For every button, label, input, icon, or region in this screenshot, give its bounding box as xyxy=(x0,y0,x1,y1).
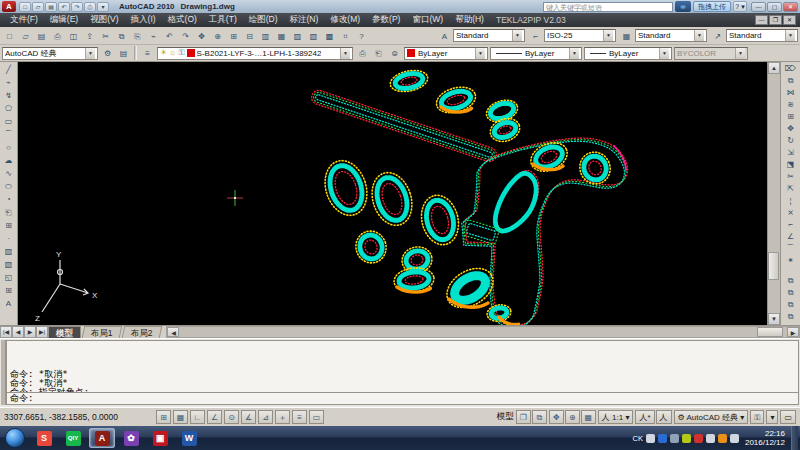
menu-item[interactable]: 绘图(D) xyxy=(243,14,284,26)
workspace-dropdown[interactable]: AutoCAD 经典▼ xyxy=(2,47,98,60)
sheetset-icon[interactable]: ▧ xyxy=(306,29,321,43)
menu-item[interactable]: 编辑(E) xyxy=(44,14,84,26)
move-icon[interactable]: ✥ xyxy=(783,123,798,135)
doc-minimize-button[interactable]: — xyxy=(755,15,768,25)
otrack-toggle[interactable]: ∡ xyxy=(241,410,256,424)
help-icon[interactable]: ? xyxy=(354,29,369,43)
menu-item[interactable]: 参数(P) xyxy=(366,14,406,26)
style-icon[interactable]: ↗ xyxy=(710,29,725,43)
arc-icon[interactable]: ⌒ xyxy=(1,128,16,141)
open-icon[interactable]: ▱ xyxy=(32,2,44,12)
menu-item[interactable]: 格式(O) xyxy=(162,14,203,26)
anno-visibility-icon[interactable]: 人* xyxy=(635,410,654,424)
make-current-icon[interactable]: ⎙ xyxy=(355,46,370,60)
layer-dropdown[interactable]: ☀☼⚿ S-B2021-LYF-3-…1-LPH-1-389242 ▼ xyxy=(157,47,353,60)
make-block-icon[interactable]: ⊞ xyxy=(1,219,16,232)
menu-item[interactable]: 窗口(W) xyxy=(406,14,449,26)
style-dropdown[interactable]: Standard▼ xyxy=(453,29,525,42)
scroll-right-icon[interactable]: ▶ xyxy=(787,327,799,337)
keyboard-icon[interactable] xyxy=(646,434,655,443)
start-button[interactable] xyxy=(5,428,25,448)
osnap-toggle[interactable]: ⊙ xyxy=(224,410,239,424)
array-icon[interactable]: ⊞ xyxy=(783,111,798,123)
copy-icon[interactable]: ⧉ xyxy=(783,75,798,87)
dot-icon[interactable] xyxy=(718,434,727,443)
tab-nav-button[interactable]: ◀ xyxy=(12,326,24,338)
command-prompt-input[interactable]: 命令: xyxy=(7,392,798,404)
pan-icon[interactable]: ✥ xyxy=(194,29,209,43)
help-button[interactable]: ? ▾ xyxy=(733,1,747,12)
mtext-icon[interactable]: A xyxy=(1,297,16,310)
point-icon[interactable]: · xyxy=(1,232,16,245)
tab-layout[interactable]: 布局2 xyxy=(121,326,161,338)
line-icon[interactable]: ╱ xyxy=(1,63,16,76)
annotation-scale-button[interactable]: 人 1:1 ▾ xyxy=(598,410,634,424)
clean-screen-button[interactable]: ▭ xyxy=(780,410,796,424)
ortho-toggle[interactable]: ∟ xyxy=(190,410,205,424)
polar-toggle[interactable]: ∠ xyxy=(207,410,222,424)
scroll-up-icon[interactable]: ▲ xyxy=(768,62,780,74)
markup-icon[interactable]: ▩ xyxy=(322,29,337,43)
ducs-toggle[interactable]: ⊿ xyxy=(258,410,273,424)
redo-icon[interactable]: ↷ xyxy=(178,29,193,43)
menu-item[interactable]: 视图(V) xyxy=(84,14,124,26)
paste-icon[interactable]: ⎘ xyxy=(130,29,145,43)
menu-item[interactable]: 插入(I) xyxy=(125,14,162,26)
app-s-browser[interactable]: S xyxy=(31,428,57,448)
rectangle-icon[interactable]: ▭ xyxy=(1,115,16,128)
menu-item[interactable]: 文件(F) xyxy=(4,14,44,26)
stretch-icon[interactable]: ⬔ xyxy=(783,159,798,171)
doc-close-button[interactable]: ✕ xyxy=(783,15,796,25)
menu-item[interactable]: 修改(M) xyxy=(324,14,366,26)
draworder-front-icon[interactable]: ⧉ xyxy=(783,275,798,287)
tab-nav-button[interactable]: |◀ xyxy=(0,326,12,338)
ellipse-arc-icon[interactable]: ◔ xyxy=(1,193,16,206)
show-desktop-button[interactable] xyxy=(791,426,798,450)
zoom-previous-icon[interactable]: ⊟ xyxy=(242,29,257,43)
draworder-above-icon[interactable]: ⧉ xyxy=(783,299,798,311)
speaker-icon[interactable] xyxy=(730,434,739,443)
toolpalettes-icon[interactable]: ▨ xyxy=(290,29,305,43)
designcenter-icon[interactable]: ▦ xyxy=(274,29,289,43)
style-icon[interactable]: A xyxy=(437,29,452,43)
revcloud-icon[interactable]: ☁ xyxy=(1,154,16,167)
matchprop-icon[interactable]: ⌁ xyxy=(146,29,161,43)
scroll-down-icon[interactable]: ▼ xyxy=(768,313,780,325)
layer-states-icon[interactable]: ⊜ xyxy=(387,46,402,60)
offset-icon[interactable]: ≋ xyxy=(783,99,798,111)
hatch-icon[interactable]: ▨ xyxy=(1,245,16,258)
new-icon[interactable]: □ xyxy=(19,2,31,12)
preview-icon[interactable]: ◫ xyxy=(66,29,81,43)
save-icon[interactable]: ▤ xyxy=(34,29,49,43)
tab-nav-button[interactable]: ▶| xyxy=(36,326,48,338)
doc-restore-button[interactable]: ❐ xyxy=(769,15,782,25)
tab-model[interactable]: 模型 xyxy=(48,326,81,338)
style-icon[interactable]: ▦ xyxy=(619,29,634,43)
fillet-icon[interactable]: ⌒ xyxy=(783,243,798,255)
redo-icon[interactable]: ↷ xyxy=(71,2,83,12)
quickview-layouts-icon[interactable]: ❐ xyxy=(516,410,531,424)
qp-toggle[interactable]: ▭ xyxy=(309,410,324,424)
save-workspace-icon[interactable]: ▤ xyxy=(116,46,131,60)
menu-item[interactable]: 工具(T) xyxy=(203,14,243,26)
polygon-icon[interactable]: ⬠ xyxy=(1,102,16,115)
qat-dropdown-icon[interactable]: ▾ xyxy=(97,2,109,12)
linetype-dropdown[interactable]: ByLayer▼ xyxy=(490,47,582,60)
app-cbox[interactable]: ▣ xyxy=(147,428,173,448)
layer-properties-icon[interactable]: ≡ xyxy=(140,46,155,60)
model-space-button[interactable]: 模型 xyxy=(497,411,514,423)
quickcalc-icon[interactable]: ⌗ xyxy=(338,29,353,43)
flag-icon[interactable] xyxy=(694,434,703,443)
dyn-toggle[interactable]: ＋ xyxy=(275,410,290,424)
open-icon[interactable]: ▱ xyxy=(18,29,33,43)
cut-icon[interactable]: ✂ xyxy=(98,29,113,43)
app-autocad[interactable]: A xyxy=(89,428,115,448)
layer-prev-icon[interactable]: ⎗ xyxy=(371,46,386,60)
draworder-under-icon[interactable]: ⧉ xyxy=(783,311,798,323)
copy-icon[interactable]: ⧉ xyxy=(114,29,129,43)
table-icon[interactable]: ⊞ xyxy=(1,284,16,297)
app-qiyi[interactable]: QIY xyxy=(60,428,86,448)
toolbar-lock-button[interactable]: ⚿ xyxy=(750,410,764,424)
battery-icon[interactable] xyxy=(706,434,715,443)
scroll-left-icon[interactable]: ◀ xyxy=(167,327,179,337)
